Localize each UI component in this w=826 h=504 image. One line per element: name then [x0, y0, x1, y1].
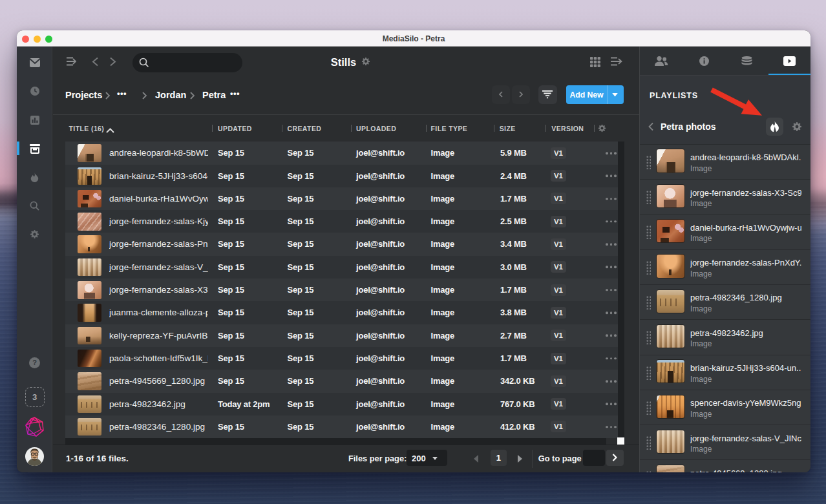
svg-text:?: ? [32, 359, 37, 366]
